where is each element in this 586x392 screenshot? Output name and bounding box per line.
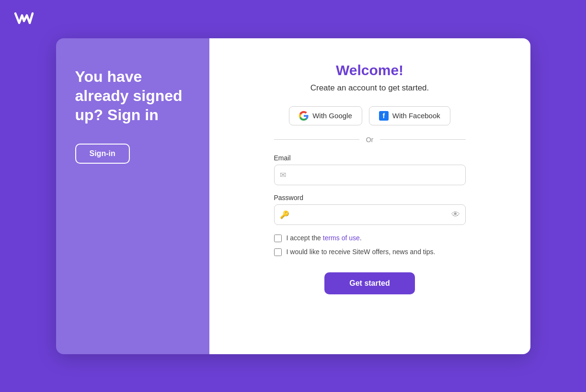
newsletter-checkbox[interactable]: [274, 248, 282, 256]
google-button-label: With Google: [312, 112, 352, 120]
divider-line-right: [380, 139, 465, 140]
main-card: You have already signed up? Sign in Sign…: [56, 38, 530, 354]
password-label: Password: [274, 194, 466, 202]
sign-in-button[interactable]: Sign-in: [75, 144, 130, 164]
left-panel: You have already signed up? Sign in Sign…: [56, 38, 209, 354]
key-icon: 🔑: [280, 210, 289, 219]
terms-text-prefix: I accept the: [287, 234, 323, 242]
divider-line-left: [274, 139, 359, 140]
email-icon: ✉: [280, 170, 286, 179]
google-signin-button[interactable]: With Google: [289, 106, 362, 125]
facebook-icon: f: [379, 111, 389, 121]
terms-checkbox-group: I accept the terms of use.: [274, 234, 466, 243]
social-buttons: With Google f With Facebook: [289, 106, 450, 125]
email-form-group: Email ✉: [274, 154, 466, 185]
google-icon: [299, 111, 309, 121]
terms-link[interactable]: terms of use: [323, 234, 360, 242]
newsletter-checkbox-group: I would like to receive SiteW offers, ne…: [274, 247, 466, 257]
terms-checkbox[interactable]: [274, 235, 282, 242]
password-input[interactable]: [274, 204, 466, 225]
show-password-icon[interactable]: 👁: [451, 210, 460, 220]
right-panel: Welcome! Create an account to get starte…: [209, 38, 530, 354]
password-form-group: Password 🔑 👁: [274, 194, 466, 225]
welcome-subtitle: Create an account to get started.: [310, 83, 429, 93]
get-started-button[interactable]: Get started: [324, 272, 414, 294]
email-input-wrapper: ✉: [274, 165, 466, 185]
welcome-title: Welcome!: [336, 62, 403, 78]
terms-text-suffix: .: [360, 234, 362, 242]
logo: [13, 11, 34, 26]
left-heading: You have already signed up? Sign in: [75, 67, 190, 124]
email-input[interactable]: [274, 165, 466, 185]
terms-label: I accept the terms of use.: [287, 234, 362, 243]
facebook-signin-button[interactable]: f With Facebook: [369, 106, 450, 125]
divider-text: Or: [366, 136, 374, 144]
divider: Or: [274, 136, 466, 144]
newsletter-label: I would like to receive SiteW offers, ne…: [287, 247, 436, 257]
email-label: Email: [274, 154, 466, 162]
password-input-wrapper: 🔑 👁: [274, 204, 466, 225]
facebook-button-label: With Facebook: [392, 112, 440, 120]
